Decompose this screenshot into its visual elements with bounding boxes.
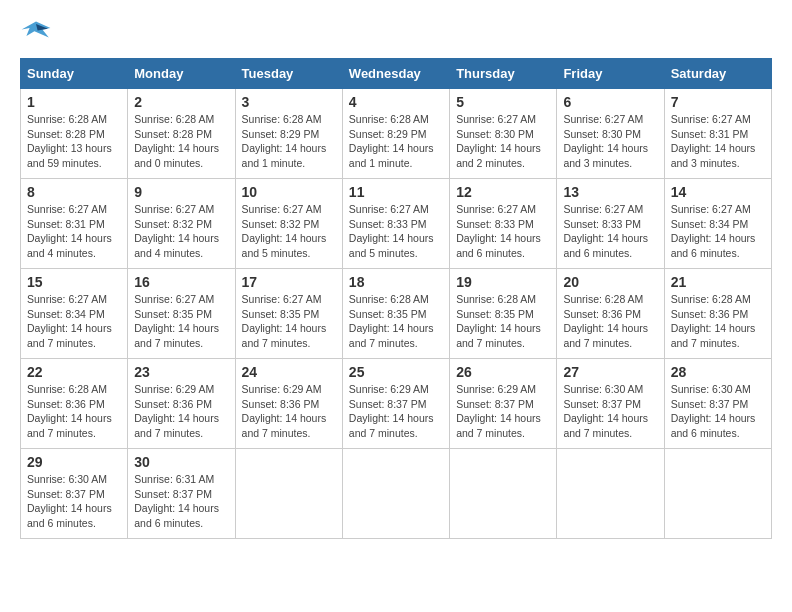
calendar-cell: 17Sunrise: 6:27 AMSunset: 8:35 PMDayligh… [235, 269, 342, 359]
day-info: Sunrise: 6:28 AMSunset: 8:35 PMDaylight:… [456, 292, 550, 351]
col-header-sunday: Sunday [21, 59, 128, 89]
week-row-2: 8Sunrise: 6:27 AMSunset: 8:31 PMDaylight… [21, 179, 772, 269]
calendar-header-row: SundayMondayTuesdayWednesdayThursdayFrid… [21, 59, 772, 89]
day-number: 7 [671, 94, 765, 110]
day-number: 11 [349, 184, 443, 200]
day-info: Sunrise: 6:28 AMSunset: 8:28 PMDaylight:… [27, 112, 121, 171]
day-number: 21 [671, 274, 765, 290]
calendar-cell: 3Sunrise: 6:28 AMSunset: 8:29 PMDaylight… [235, 89, 342, 179]
calendar-cell: 19Sunrise: 6:28 AMSunset: 8:35 PMDayligh… [450, 269, 557, 359]
day-info: Sunrise: 6:28 AMSunset: 8:28 PMDaylight:… [134, 112, 228, 171]
day-info: Sunrise: 6:28 AMSunset: 8:36 PMDaylight:… [27, 382, 121, 441]
day-number: 29 [27, 454, 121, 470]
day-info: Sunrise: 6:27 AMSunset: 8:33 PMDaylight:… [349, 202, 443, 261]
calendar-cell: 28Sunrise: 6:30 AMSunset: 8:37 PMDayligh… [664, 359, 771, 449]
day-number: 2 [134, 94, 228, 110]
day-info: Sunrise: 6:27 AMSunset: 8:32 PMDaylight:… [242, 202, 336, 261]
calendar-cell: 8Sunrise: 6:27 AMSunset: 8:31 PMDaylight… [21, 179, 128, 269]
calendar-cell: 4Sunrise: 6:28 AMSunset: 8:29 PMDaylight… [342, 89, 449, 179]
day-number: 5 [456, 94, 550, 110]
col-header-saturday: Saturday [664, 59, 771, 89]
day-number: 30 [134, 454, 228, 470]
day-number: 20 [563, 274, 657, 290]
day-number: 3 [242, 94, 336, 110]
calendar-cell: 14Sunrise: 6:27 AMSunset: 8:34 PMDayligh… [664, 179, 771, 269]
day-number: 1 [27, 94, 121, 110]
calendar-table: SundayMondayTuesdayWednesdayThursdayFrid… [20, 58, 772, 539]
calendar-cell: 25Sunrise: 6:29 AMSunset: 8:37 PMDayligh… [342, 359, 449, 449]
calendar-cell: 9Sunrise: 6:27 AMSunset: 8:32 PMDaylight… [128, 179, 235, 269]
day-number: 17 [242, 274, 336, 290]
day-number: 14 [671, 184, 765, 200]
day-info: Sunrise: 6:30 AMSunset: 8:37 PMDaylight:… [27, 472, 121, 531]
day-info: Sunrise: 6:29 AMSunset: 8:36 PMDaylight:… [242, 382, 336, 441]
day-info: Sunrise: 6:27 AMSunset: 8:33 PMDaylight:… [563, 202, 657, 261]
calendar-cell: 12Sunrise: 6:27 AMSunset: 8:33 PMDayligh… [450, 179, 557, 269]
calendar-cell [235, 449, 342, 539]
day-number: 27 [563, 364, 657, 380]
calendar-cell [342, 449, 449, 539]
day-info: Sunrise: 6:29 AMSunset: 8:37 PMDaylight:… [349, 382, 443, 441]
day-number: 23 [134, 364, 228, 380]
col-header-friday: Friday [557, 59, 664, 89]
calendar-cell: 10Sunrise: 6:27 AMSunset: 8:32 PMDayligh… [235, 179, 342, 269]
day-info: Sunrise: 6:27 AMSunset: 8:31 PMDaylight:… [27, 202, 121, 261]
day-number: 16 [134, 274, 228, 290]
day-info: Sunrise: 6:27 AMSunset: 8:33 PMDaylight:… [456, 202, 550, 261]
calendar-cell: 26Sunrise: 6:29 AMSunset: 8:37 PMDayligh… [450, 359, 557, 449]
day-number: 6 [563, 94, 657, 110]
calendar-cell: 29Sunrise: 6:30 AMSunset: 8:37 PMDayligh… [21, 449, 128, 539]
col-header-monday: Monday [128, 59, 235, 89]
day-info: Sunrise: 6:27 AMSunset: 8:34 PMDaylight:… [671, 202, 765, 261]
day-info: Sunrise: 6:28 AMSunset: 8:29 PMDaylight:… [349, 112, 443, 171]
week-row-3: 15Sunrise: 6:27 AMSunset: 8:34 PMDayligh… [21, 269, 772, 359]
day-number: 8 [27, 184, 121, 200]
week-row-5: 29Sunrise: 6:30 AMSunset: 8:37 PMDayligh… [21, 449, 772, 539]
page-header [20, 20, 772, 48]
day-number: 19 [456, 274, 550, 290]
day-number: 24 [242, 364, 336, 380]
day-number: 10 [242, 184, 336, 200]
col-header-wednesday: Wednesday [342, 59, 449, 89]
day-number: 28 [671, 364, 765, 380]
day-info: Sunrise: 6:29 AMSunset: 8:37 PMDaylight:… [456, 382, 550, 441]
calendar-cell: 1Sunrise: 6:28 AMSunset: 8:28 PMDaylight… [21, 89, 128, 179]
calendar-cell: 11Sunrise: 6:27 AMSunset: 8:33 PMDayligh… [342, 179, 449, 269]
day-info: Sunrise: 6:28 AMSunset: 8:35 PMDaylight:… [349, 292, 443, 351]
day-info: Sunrise: 6:29 AMSunset: 8:36 PMDaylight:… [134, 382, 228, 441]
day-info: Sunrise: 6:27 AMSunset: 8:32 PMDaylight:… [134, 202, 228, 261]
day-info: Sunrise: 6:27 AMSunset: 8:34 PMDaylight:… [27, 292, 121, 351]
calendar-cell: 6Sunrise: 6:27 AMSunset: 8:30 PMDaylight… [557, 89, 664, 179]
day-number: 13 [563, 184, 657, 200]
day-info: Sunrise: 6:28 AMSunset: 8:29 PMDaylight:… [242, 112, 336, 171]
calendar-cell: 21Sunrise: 6:28 AMSunset: 8:36 PMDayligh… [664, 269, 771, 359]
day-info: Sunrise: 6:30 AMSunset: 8:37 PMDaylight:… [563, 382, 657, 441]
calendar-cell: 18Sunrise: 6:28 AMSunset: 8:35 PMDayligh… [342, 269, 449, 359]
calendar-cell [557, 449, 664, 539]
day-info: Sunrise: 6:27 AMSunset: 8:35 PMDaylight:… [134, 292, 228, 351]
calendar-cell: 2Sunrise: 6:28 AMSunset: 8:28 PMDaylight… [128, 89, 235, 179]
calendar-cell: 16Sunrise: 6:27 AMSunset: 8:35 PMDayligh… [128, 269, 235, 359]
day-number: 26 [456, 364, 550, 380]
calendar-cell: 5Sunrise: 6:27 AMSunset: 8:30 PMDaylight… [450, 89, 557, 179]
day-info: Sunrise: 6:28 AMSunset: 8:36 PMDaylight:… [671, 292, 765, 351]
calendar-cell [450, 449, 557, 539]
logo [20, 20, 58, 48]
day-info: Sunrise: 6:27 AMSunset: 8:30 PMDaylight:… [563, 112, 657, 171]
day-number: 18 [349, 274, 443, 290]
day-info: Sunrise: 6:27 AMSunset: 8:31 PMDaylight:… [671, 112, 765, 171]
calendar-cell: 27Sunrise: 6:30 AMSunset: 8:37 PMDayligh… [557, 359, 664, 449]
day-number: 9 [134, 184, 228, 200]
col-header-thursday: Thursday [450, 59, 557, 89]
week-row-4: 22Sunrise: 6:28 AMSunset: 8:36 PMDayligh… [21, 359, 772, 449]
day-info: Sunrise: 6:30 AMSunset: 8:37 PMDaylight:… [671, 382, 765, 441]
calendar-cell: 13Sunrise: 6:27 AMSunset: 8:33 PMDayligh… [557, 179, 664, 269]
calendar-cell: 23Sunrise: 6:29 AMSunset: 8:36 PMDayligh… [128, 359, 235, 449]
day-info: Sunrise: 6:28 AMSunset: 8:36 PMDaylight:… [563, 292, 657, 351]
day-info: Sunrise: 6:27 AMSunset: 8:35 PMDaylight:… [242, 292, 336, 351]
calendar-cell: 22Sunrise: 6:28 AMSunset: 8:36 PMDayligh… [21, 359, 128, 449]
day-number: 12 [456, 184, 550, 200]
day-number: 25 [349, 364, 443, 380]
day-number: 15 [27, 274, 121, 290]
calendar-cell: 20Sunrise: 6:28 AMSunset: 8:36 PMDayligh… [557, 269, 664, 359]
